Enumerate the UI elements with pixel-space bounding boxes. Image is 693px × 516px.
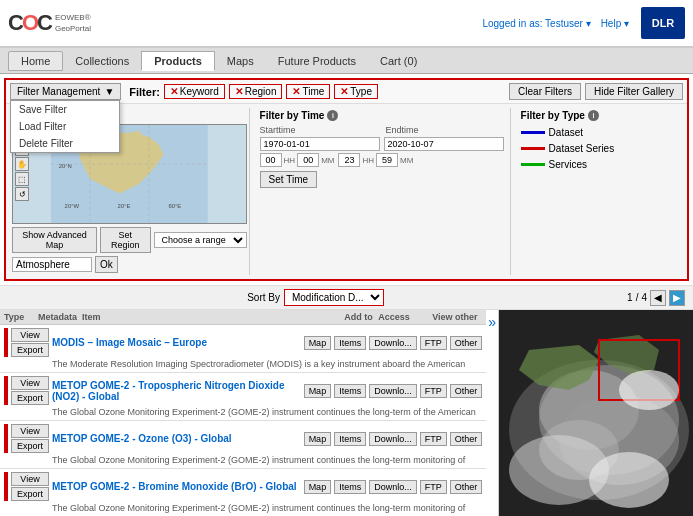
view-button[interactable]: View: [11, 424, 49, 438]
items-button[interactable]: Items: [334, 480, 366, 494]
filter-tag-label-keyword: Keyword: [180, 86, 219, 97]
ftp-button[interactable]: FTP: [420, 384, 447, 398]
filter-label: Filter:: [129, 86, 160, 98]
filter-tag-type: ✕ Type: [334, 84, 378, 99]
result-left-btns: View Export: [11, 376, 49, 405]
download-button[interactable]: Downlo...: [369, 480, 417, 494]
export-button[interactable]: Export: [11, 391, 49, 405]
filter-management-dropdown[interactable]: Filter Management ▼ Save Filter Load Fil…: [10, 83, 121, 100]
items-button[interactable]: Items: [334, 336, 366, 350]
user-info[interactable]: Logged in as: Testuser ▾: [482, 18, 590, 29]
nav-item-products[interactable]: Products: [141, 51, 215, 71]
end-time-inputs: HH MM: [338, 153, 413, 167]
filter-type-title: Filter by Type i: [521, 110, 677, 121]
expand-icon[interactable]: »: [488, 314, 496, 330]
filter-outer: Filter Management ▼ Save Filter Load Fil…: [4, 78, 689, 281]
filter-mgmt-menu: Save Filter Load Filter Delete Filter: [10, 100, 120, 153]
filter-menu-delete[interactable]: Delete Filter: [11, 135, 119, 152]
filter-tag-x-time[interactable]: ✕: [292, 86, 300, 97]
type-info-icon[interactable]: i: [588, 110, 599, 121]
other-button[interactable]: Other: [450, 384, 483, 398]
select-button[interactable]: ⬚: [15, 172, 29, 186]
nav-item-maps[interactable]: Maps: [215, 52, 266, 70]
map-button[interactable]: Map: [304, 384, 332, 398]
result-desc: The Global Ozone Monitoring Experiment-2…: [4, 503, 482, 513]
ftp-button[interactable]: FTP: [420, 336, 447, 350]
export-button[interactable]: Export: [11, 439, 49, 453]
map-button[interactable]: Map: [304, 480, 332, 494]
view-button[interactable]: View: [11, 328, 49, 342]
nav-item-cart[interactable]: Cart (0): [368, 52, 429, 70]
time-info-icon[interactable]: i: [327, 110, 338, 121]
list-item: View Export MODIS – Image Mosaic – Europ…: [0, 325, 486, 373]
nav-item-collections[interactable]: Collections: [63, 52, 141, 70]
hide-filter-gallery-button[interactable]: Hide Filter Gallery: [585, 83, 683, 100]
ftp-button[interactable]: FTP: [420, 480, 447, 494]
col-item: Item: [82, 312, 340, 322]
nav-item-home[interactable]: Home: [8, 51, 63, 71]
type-services: Services: [521, 159, 677, 170]
result-title[interactable]: METOP GOME-2 - Bromine Monoxide (BrO) - …: [52, 481, 301, 492]
end-hh-input[interactable]: [338, 153, 360, 167]
start-mm-input[interactable]: [297, 153, 319, 167]
pan-button[interactable]: ✋: [15, 157, 29, 171]
filter-tag-label-type: Type: [350, 86, 372, 97]
start-date-input[interactable]: [260, 137, 380, 151]
filter-tag-x-keyword[interactable]: ✕: [170, 86, 178, 97]
logo-area: COC EOWEB® GeoPortal: [8, 12, 91, 34]
col-access: Access: [378, 312, 428, 322]
next-page-button[interactable]: ▶: [669, 290, 685, 306]
start-hh-input[interactable]: [260, 153, 282, 167]
choose-range-select[interactable]: Choose a range: [154, 232, 247, 248]
filter-mgmt-btn[interactable]: Filter Management ▼: [10, 83, 121, 100]
reset-button[interactable]: ↺: [15, 187, 29, 201]
end-mm-label: MM: [400, 156, 413, 165]
result-title[interactable]: MODIS – Image Mosaic – Europe: [52, 337, 301, 348]
download-button[interactable]: Downlo...: [369, 384, 417, 398]
other-button[interactable]: Other: [450, 336, 483, 350]
sort-by-select[interactable]: Modification D...: [284, 289, 384, 306]
atmosphere-input[interactable]: [12, 257, 92, 272]
result-row-top: View Export METOP GOME-2 - Tropospheric …: [4, 376, 482, 405]
download-button[interactable]: Downlo...: [369, 432, 417, 446]
view-button[interactable]: View: [11, 376, 49, 390]
download-button[interactable]: Downlo...: [369, 336, 417, 350]
export-button[interactable]: Export: [11, 343, 49, 357]
nav-item-future[interactable]: Future Products: [266, 52, 368, 70]
svg-text:20°W: 20°W: [65, 203, 80, 209]
map-button[interactable]: Map: [304, 432, 332, 446]
result-title[interactable]: METOP GOME-2 - Tropospheric Nitrogen Dio…: [52, 380, 301, 402]
show-advanced-map-button[interactable]: Show Advanced Map: [12, 227, 97, 253]
filter-tag-x-type[interactable]: ✕: [340, 86, 348, 97]
export-button[interactable]: Export: [11, 487, 49, 501]
map-button[interactable]: Map: [304, 336, 332, 350]
prev-page-button[interactable]: ◀: [650, 290, 666, 306]
start-mm-label: MM: [321, 156, 334, 165]
result-type-bar-red: [4, 328, 8, 357]
ftp-button[interactable]: FTP: [420, 432, 447, 446]
filter-type-panel: Filter by Type i Dataset Dataset Series …: [515, 108, 683, 275]
filter-menu-load[interactable]: Load Filter: [11, 118, 119, 135]
end-date-input[interactable]: [384, 137, 504, 151]
filter-tag-x-region[interactable]: ✕: [235, 86, 243, 97]
result-title[interactable]: METOP GOME-2 - Ozone (O3) - Global: [52, 433, 301, 444]
results-header: Type Metadata Item Add to Access View ot…: [0, 310, 486, 325]
page-separator: /: [636, 292, 639, 303]
sort-by-label: Sort By: [247, 292, 280, 303]
view-button[interactable]: View: [11, 472, 49, 486]
other-button[interactable]: Other: [450, 480, 483, 494]
atmosphere-row: Ok: [12, 256, 247, 273]
set-time-button[interactable]: Set Time: [260, 171, 317, 188]
filter-tag-label-time: Time: [302, 86, 324, 97]
end-mm-input[interactable]: [376, 153, 398, 167]
results-area: Type Metadata Item Add to Access View ot…: [0, 310, 693, 516]
filter-menu-save[interactable]: Save Filter: [11, 101, 119, 118]
other-button[interactable]: Other: [450, 432, 483, 446]
items-button[interactable]: Items: [334, 432, 366, 446]
help-link[interactable]: Help ▾: [601, 18, 629, 29]
result-row-top: View Export MODIS – Image Mosaic – Europ…: [4, 328, 482, 357]
set-region-button[interactable]: Set Region: [100, 227, 151, 253]
clear-filters-button[interactable]: Clear Filters: [509, 83, 581, 100]
atmosphere-ok-button[interactable]: Ok: [95, 256, 118, 273]
items-button[interactable]: Items: [334, 384, 366, 398]
